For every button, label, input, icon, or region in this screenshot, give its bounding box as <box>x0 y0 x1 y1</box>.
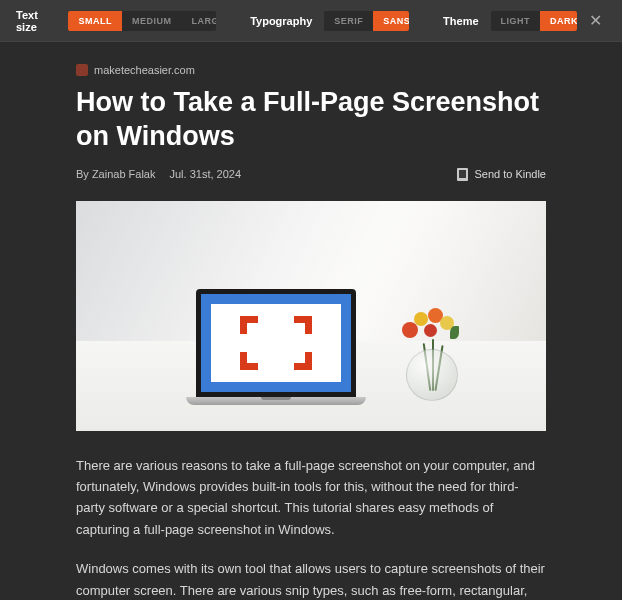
text-size-medium[interactable]: MEDIUM <box>122 11 182 31</box>
page-title: How to Take a Full-Page Screenshot on Wi… <box>76 86 546 154</box>
text-size-group: SMALL MEDIUM LARGE <box>68 11 216 31</box>
theme-light[interactable]: LIGHT <box>491 11 541 31</box>
laptop-illustration <box>186 289 366 405</box>
flower-vase-illustration <box>396 326 466 401</box>
paragraph-1: There are various reasons to take a full… <box>76 455 546 541</box>
text-size-label: Text size <box>16 9 56 33</box>
close-icon[interactable]: ✕ <box>585 7 606 34</box>
screenshot-bracket-icon <box>240 316 312 370</box>
text-size-large[interactable]: LARGE <box>181 11 216 31</box>
publish-date: Jul. 31st, 2024 <box>169 168 241 180</box>
theme-label: Theme <box>443 15 478 27</box>
send-to-kindle-label: Send to Kindle <box>474 168 546 180</box>
theme-dark[interactable]: DARK <box>540 11 577 31</box>
site-domain: maketecheasier.com <box>94 64 195 76</box>
site-source: maketecheasier.com <box>76 64 546 76</box>
typography-label: Typography <box>250 15 312 27</box>
typography-group: SERIF SANS <box>324 11 409 31</box>
typography-serif[interactable]: SERIF <box>324 11 373 31</box>
typography-sans[interactable]: SANS <box>373 11 409 31</box>
text-size-small[interactable]: SMALL <box>68 11 122 31</box>
author-byline: By Zainab Falak <box>76 168 155 180</box>
kindle-icon <box>457 168 468 181</box>
send-to-kindle-button[interactable]: Send to Kindle <box>457 168 546 181</box>
article-meta: By Zainab Falak Jul. 31st, 2024 Send to … <box>76 168 546 181</box>
reader-toolbar: Text size SMALL MEDIUM LARGE Typography … <box>0 0 622 42</box>
favicon-icon <box>76 64 88 76</box>
hero-image <box>76 201 546 431</box>
theme-group: LIGHT DARK <box>491 11 577 31</box>
article-content: maketecheasier.com How to Take a Full-Pa… <box>76 42 546 600</box>
paragraph-2: Windows comes with its own tool that all… <box>76 558 546 600</box>
